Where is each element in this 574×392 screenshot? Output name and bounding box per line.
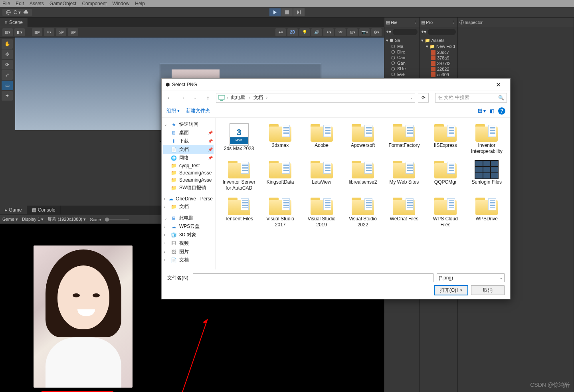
shading-dropdown[interactable]: ▦▾	[2, 28, 13, 36]
menu-help[interactable]: Help	[135, 1, 145, 6]
sidebar-onedrive-docs[interactable]: ›📁文档	[163, 202, 214, 211]
scene-tab[interactable]: ⌗ Scene	[0, 18, 28, 27]
layers-toggle[interactable]: ⊟▾	[347, 28, 358, 36]
sidebar-folder-stream2[interactable]: 📁StreamingAsse	[163, 176, 214, 184]
project-item[interactable]: ac309	[421, 72, 456, 77]
resolution-dropdown[interactable]: 屏幕 (1920x1080) ▾	[48, 216, 86, 222]
search-box[interactable]: 在 文档 中搜索🔍	[435, 93, 507, 103]
game-dropdown[interactable]: Game ▾	[2, 217, 18, 222]
back-button[interactable]: ←	[165, 95, 174, 101]
sidebar-folder-stream1[interactable]: 📁StreamingAsse	[163, 169, 214, 176]
file-item[interactable]: WPS Cloud Files	[426, 195, 465, 230]
menu-gameobject[interactable]: GameObject	[49, 1, 76, 6]
file-item[interactable]: Visual Studio 2022	[343, 195, 382, 230]
crumb-pc[interactable]: 此电脑	[230, 94, 247, 101]
organize-button[interactable]: 组织 ▾	[166, 107, 180, 114]
snap-toggle[interactable]: ⌗▾	[44, 28, 54, 36]
rect-tool[interactable]: ▭	[2, 81, 13, 90]
hierarchy-item[interactable]: ⬡Can	[386, 55, 418, 60]
tools-more[interactable]: ⊞▾	[68, 28, 78, 36]
hierarchy-item[interactable]: ⬡Dire	[386, 49, 418, 55]
project-item[interactable]: 22822	[421, 66, 456, 72]
crumb-docs[interactable]: 文档	[252, 94, 265, 101]
sidebar-network[interactable]: 🌐网络📌	[163, 154, 214, 162]
open-button[interactable]: 打开(O) ▾	[434, 285, 468, 295]
play-button[interactable]	[269, 8, 281, 16]
sidebar-quick-access[interactable]: ⌄★快速访问	[163, 120, 214, 129]
file-item[interactable]: FormatFactory	[385, 122, 424, 156]
increment-toggle[interactable]: ⇲▾	[56, 28, 66, 36]
filename-input[interactable]	[193, 273, 433, 282]
file-list[interactable]: 3MXP3ds Max 20233dsmaxAdobeApowersoftFor…	[216, 118, 510, 269]
project-item[interactable]: 378a9	[421, 55, 456, 61]
project-search[interactable]	[428, 29, 456, 35]
add-icon[interactable]: +▾	[386, 29, 391, 35]
file-item[interactable]: librealsense2	[343, 158, 382, 193]
file-item[interactable]: 3MXP3ds Max 2023	[220, 122, 258, 156]
menu-component[interactable]: Component	[82, 1, 107, 6]
project-item[interactable]: 23dc7	[421, 49, 456, 55]
file-item[interactable]: Inventor Server for AutoCAD	[220, 158, 258, 193]
preview-pane-button[interactable]: ◧	[490, 108, 494, 114]
project-tab[interactable]: ▤ Pro ⋮	[420, 18, 457, 27]
display-dropdown[interactable]: Display 1 ▾	[22, 217, 44, 222]
hierarchy-item[interactable]: ⬡SHe	[386, 66, 418, 71]
hierarchy-item[interactable]: ⬡Eve	[386, 71, 418, 77]
add-icon[interactable]: +▾	[421, 29, 426, 35]
grid-toggle[interactable]: ▦▾	[32, 28, 42, 36]
file-item[interactable]: Tencent Files	[220, 195, 258, 230]
sidebar-downloads[interactable]: ⬇下载📌	[163, 137, 214, 145]
scale-tool[interactable]: ⤢	[2, 70, 13, 80]
file-item[interactable]: LetsView	[302, 158, 341, 193]
scale-slider[interactable]	[105, 219, 129, 220]
cloud-sync-group[interactable]: C ▾	[2, 9, 32, 16]
audio-toggle[interactable]: 🔊	[311, 28, 322, 36]
file-item[interactable]: QQPCMgr	[426, 158, 465, 193]
project-assets[interactable]: ▾ 📁 Assets	[421, 38, 456, 44]
pause-button[interactable]	[281, 8, 293, 16]
menu-file[interactable]: File	[2, 1, 10, 6]
file-item[interactable]: Sunlogin Files	[467, 158, 506, 193]
console-tab[interactable]: ▤Console	[27, 206, 61, 214]
file-item[interactable]: Visual Studio 2019	[302, 195, 341, 230]
hierarchy-item[interactable]: ⬡Gan	[386, 60, 418, 66]
move-tool[interactable]: ✥	[2, 49, 13, 59]
camera-dropdown[interactable]: ●▾	[275, 28, 286, 36]
new-folder-button[interactable]: 新建文件夹	[186, 107, 210, 114]
sidebar-desktop[interactable]: 🖥桌面📌	[163, 129, 214, 137]
hierarchy-tab[interactable]: ▤ Hie ⋮	[384, 18, 419, 27]
hierarchy-search[interactable]	[393, 29, 418, 35]
file-item[interactable]: Adobe	[302, 122, 341, 156]
address-bar[interactable]: › 此电脑 › 文档 › ⌄	[216, 93, 415, 103]
hierarchy-item[interactable]: ⬡Ma	[386, 44, 418, 49]
sidebar-folder-cyqq[interactable]: 📁cyqq_test	[163, 162, 214, 169]
filetype-select[interactable]: (*.png)⌄	[437, 273, 505, 282]
hierarchy-scene[interactable]: ▾ ⬢ Sa	[386, 38, 418, 44]
hand-tool[interactable]: ✋	[2, 39, 13, 49]
effects-toggle[interactable]: ✦▾	[323, 28, 334, 36]
sidebar-docs2[interactable]: ›📄文档	[163, 256, 214, 264]
recent-dropdown[interactable]: ⌄	[190, 95, 200, 100]
sidebar-documents[interactable]: 📄文档📌	[163, 145, 214, 154]
project-item[interactable]: 3977f3	[421, 61, 456, 66]
file-item[interactable]: Inventor Interoperability	[467, 122, 506, 156]
rotate-tool[interactable]: ⟳	[2, 60, 13, 69]
file-item[interactable]: Apowersoft	[343, 122, 382, 156]
sidebar-videos[interactable]: ›🎞视频	[163, 239, 214, 247]
path-dropdown[interactable]: ⌄	[410, 96, 413, 99]
menu-window[interactable]: Window	[112, 1, 129, 6]
sidebar-wps[interactable]: ›☁WPS云盘	[163, 222, 214, 231]
help-button[interactable]: ?	[498, 107, 505, 115]
sidebar-3d[interactable]: ›🧊3D 对象	[163, 231, 214, 239]
sidebar-this-pc[interactable]: ⌄🖥此电脑	[163, 214, 214, 222]
file-item[interactable]: 3dsmax	[261, 122, 299, 156]
2d-toggle[interactable]: 2D	[287, 28, 298, 36]
project-folder[interactable]: ▾ 📁 New Fold	[421, 44, 456, 49]
file-item[interactable]: KingsoftData	[261, 158, 299, 193]
view-dropdown[interactable]: 🖼 ▾	[477, 108, 486, 114]
file-item[interactable]: WPSDrive	[467, 195, 506, 230]
file-item[interactable]: Visual Studio 2017	[261, 195, 299, 230]
sidebar-folder-sw[interactable]: 📁SW项目报销	[163, 184, 214, 192]
file-item[interactable]: IISExpress	[426, 122, 465, 156]
step-button[interactable]	[293, 8, 305, 16]
